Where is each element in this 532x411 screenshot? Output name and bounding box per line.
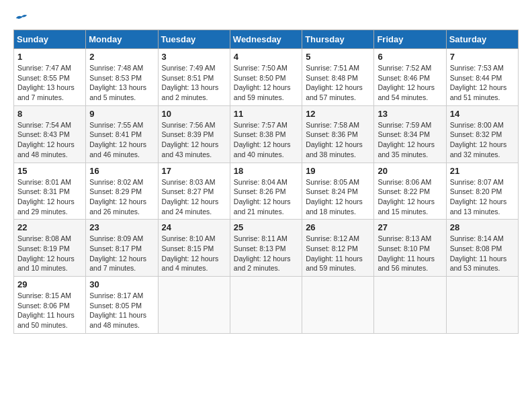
calendar-cell: 26Sunrise: 8:12 AMSunset: 8:12 PMDayligh… xyxy=(302,220,374,277)
day-info: Sunrise: 7:53 AMSunset: 8:44 PMDaylight:… xyxy=(450,63,515,103)
calendar-cell: 8Sunrise: 7:54 AMSunset: 8:43 PMDaylight… xyxy=(14,105,86,163)
day-info: Sunrise: 7:47 AMSunset: 8:55 PMDaylight:… xyxy=(17,63,82,103)
day-info: Sunrise: 7:59 AMSunset: 8:34 PMDaylight:… xyxy=(378,120,442,160)
calendar-cell: 18Sunrise: 8:04 AMSunset: 8:26 PMDayligh… xyxy=(230,163,302,220)
weekday-header-sunday: Sunday xyxy=(14,30,86,49)
day-number: 22 xyxy=(17,222,82,232)
page-header xyxy=(13,13,519,23)
day-number: 26 xyxy=(306,222,370,232)
day-number: 18 xyxy=(234,166,298,176)
calendar-cell: 10Sunrise: 7:56 AMSunset: 8:39 PMDayligh… xyxy=(158,105,230,163)
calendar-cell: 4Sunrise: 7:50 AMSunset: 8:50 PMDaylight… xyxy=(230,49,302,106)
day-info: Sunrise: 8:03 AMSunset: 8:27 PMDaylight:… xyxy=(162,177,226,217)
weekday-header-monday: Monday xyxy=(86,30,158,49)
calendar-cell: 20Sunrise: 8:06 AMSunset: 8:22 PMDayligh… xyxy=(374,163,446,220)
day-info: Sunrise: 8:00 AMSunset: 8:32 PMDaylight:… xyxy=(450,120,515,160)
calendar-cell xyxy=(302,277,374,334)
calendar-cell xyxy=(230,277,302,334)
day-number: 10 xyxy=(162,109,226,119)
day-info: Sunrise: 7:52 AMSunset: 8:46 PMDaylight:… xyxy=(378,63,442,103)
calendar-cell xyxy=(374,277,446,334)
day-number: 28 xyxy=(450,222,515,232)
calendar-cell: 14Sunrise: 8:00 AMSunset: 8:32 PMDayligh… xyxy=(446,105,518,163)
day-info: Sunrise: 7:56 AMSunset: 8:39 PMDaylight:… xyxy=(162,120,226,160)
day-info: Sunrise: 7:54 AMSunset: 8:43 PMDaylight:… xyxy=(17,120,82,160)
day-info: Sunrise: 8:13 AMSunset: 8:10 PMDaylight:… xyxy=(378,234,442,273)
calendar-cell: 13Sunrise: 7:59 AMSunset: 8:34 PMDayligh… xyxy=(374,105,446,163)
day-info: Sunrise: 7:50 AMSunset: 8:50 PMDaylight:… xyxy=(234,63,298,103)
day-info: Sunrise: 8:11 AMSunset: 8:13 PMDaylight:… xyxy=(234,234,298,273)
calendar-cell: 21Sunrise: 8:07 AMSunset: 8:20 PMDayligh… xyxy=(446,163,518,220)
day-number: 30 xyxy=(89,279,154,289)
day-info: Sunrise: 8:08 AMSunset: 8:19 PMDaylight:… xyxy=(17,234,82,273)
day-number: 15 xyxy=(17,166,82,176)
day-number: 14 xyxy=(450,109,515,119)
weekday-header-saturday: Saturday xyxy=(446,30,518,49)
day-number: 11 xyxy=(234,109,298,119)
day-number: 5 xyxy=(306,52,370,62)
day-number: 9 xyxy=(89,109,154,119)
calendar-cell: 19Sunrise: 8:05 AMSunset: 8:24 PMDayligh… xyxy=(302,163,374,220)
calendar-cell: 24Sunrise: 8:10 AMSunset: 8:15 PMDayligh… xyxy=(158,220,230,277)
day-info: Sunrise: 7:48 AMSunset: 8:53 PMDaylight:… xyxy=(89,63,154,103)
day-number: 21 xyxy=(450,166,515,176)
calendar-cell xyxy=(446,277,518,334)
day-number: 7 xyxy=(450,52,515,62)
day-number: 17 xyxy=(162,166,226,176)
day-number: 6 xyxy=(378,52,442,62)
day-number: 24 xyxy=(162,222,226,232)
calendar-cell: 27Sunrise: 8:13 AMSunset: 8:10 PMDayligh… xyxy=(374,220,446,277)
calendar-cell: 12Sunrise: 7:58 AMSunset: 8:36 PMDayligh… xyxy=(302,105,374,163)
day-info: Sunrise: 8:14 AMSunset: 8:08 PMDaylight:… xyxy=(450,234,515,273)
day-info: Sunrise: 8:12 AMSunset: 8:12 PMDaylight:… xyxy=(306,234,370,273)
day-info: Sunrise: 7:57 AMSunset: 8:38 PMDaylight:… xyxy=(234,120,298,160)
day-number: 8 xyxy=(17,109,82,119)
day-info: Sunrise: 7:58 AMSunset: 8:36 PMDaylight:… xyxy=(306,120,370,160)
day-info: Sunrise: 8:10 AMSunset: 8:15 PMDaylight:… xyxy=(162,234,226,273)
logo-bird-icon xyxy=(15,13,28,23)
day-info: Sunrise: 7:55 AMSunset: 8:41 PMDaylight:… xyxy=(89,120,154,160)
weekday-header-friday: Friday xyxy=(374,30,446,49)
logo xyxy=(13,13,28,23)
calendar-cell: 6Sunrise: 7:52 AMSunset: 8:46 PMDaylight… xyxy=(374,49,446,106)
calendar-cell: 3Sunrise: 7:49 AMSunset: 8:51 PMDaylight… xyxy=(158,49,230,106)
calendar-cell: 11Sunrise: 7:57 AMSunset: 8:38 PMDayligh… xyxy=(230,105,302,163)
calendar-cell: 16Sunrise: 8:02 AMSunset: 8:29 PMDayligh… xyxy=(86,163,158,220)
weekday-header-thursday: Thursday xyxy=(302,30,374,49)
calendar-cell: 28Sunrise: 8:14 AMSunset: 8:08 PMDayligh… xyxy=(446,220,518,277)
day-info: Sunrise: 8:02 AMSunset: 8:29 PMDaylight:… xyxy=(89,177,154,217)
calendar-cell: 17Sunrise: 8:03 AMSunset: 8:27 PMDayligh… xyxy=(158,163,230,220)
day-number: 1 xyxy=(17,52,82,62)
calendar-cell: 23Sunrise: 8:09 AMSunset: 8:17 PMDayligh… xyxy=(86,220,158,277)
calendar-cell: 9Sunrise: 7:55 AMSunset: 8:41 PMDaylight… xyxy=(86,105,158,163)
day-number: 20 xyxy=(378,166,442,176)
calendar-table: SundayMondayTuesdayWednesdayThursdayFrid… xyxy=(13,30,519,334)
calendar-cell: 5Sunrise: 7:51 AMSunset: 8:48 PMDaylight… xyxy=(302,49,374,106)
day-info: Sunrise: 8:07 AMSunset: 8:20 PMDaylight:… xyxy=(450,177,515,217)
day-number: 13 xyxy=(378,109,442,119)
day-number: 12 xyxy=(306,109,370,119)
day-info: Sunrise: 8:09 AMSunset: 8:17 PMDaylight:… xyxy=(89,234,154,273)
weekday-header-tuesday: Tuesday xyxy=(158,30,230,49)
day-number: 27 xyxy=(378,222,442,232)
day-number: 3 xyxy=(162,52,226,62)
calendar-cell xyxy=(158,277,230,334)
day-info: Sunrise: 8:06 AMSunset: 8:22 PMDaylight:… xyxy=(378,177,442,217)
calendar-cell: 29Sunrise: 8:15 AMSunset: 8:06 PMDayligh… xyxy=(14,277,86,334)
calendar-cell: 15Sunrise: 8:01 AMSunset: 8:31 PMDayligh… xyxy=(14,163,86,220)
day-info: Sunrise: 7:51 AMSunset: 8:48 PMDaylight:… xyxy=(306,63,370,103)
calendar-cell: 25Sunrise: 8:11 AMSunset: 8:13 PMDayligh… xyxy=(230,220,302,277)
calendar-cell: 2Sunrise: 7:48 AMSunset: 8:53 PMDaylight… xyxy=(86,49,158,106)
calendar-cell: 7Sunrise: 7:53 AMSunset: 8:44 PMDaylight… xyxy=(446,49,518,106)
calendar-cell: 1Sunrise: 7:47 AMSunset: 8:55 PMDaylight… xyxy=(14,49,86,106)
day-number: 4 xyxy=(234,52,298,62)
day-info: Sunrise: 8:17 AMSunset: 8:05 PMDaylight:… xyxy=(89,291,154,330)
day-info: Sunrise: 8:05 AMSunset: 8:24 PMDaylight:… xyxy=(306,177,370,217)
day-info: Sunrise: 8:01 AMSunset: 8:31 PMDaylight:… xyxy=(17,177,82,217)
day-info: Sunrise: 7:49 AMSunset: 8:51 PMDaylight:… xyxy=(162,63,226,103)
day-number: 19 xyxy=(306,166,370,176)
calendar-cell: 22Sunrise: 8:08 AMSunset: 8:19 PMDayligh… xyxy=(14,220,86,277)
day-number: 2 xyxy=(89,52,154,62)
day-number: 16 xyxy=(89,166,154,176)
calendar-cell: 30Sunrise: 8:17 AMSunset: 8:05 PMDayligh… xyxy=(86,277,158,334)
